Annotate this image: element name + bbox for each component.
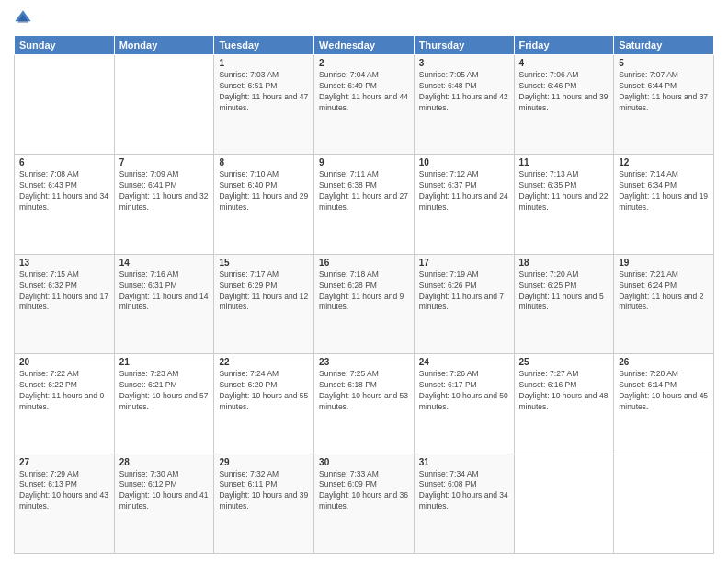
calendar-week-row: 27Sunrise: 7:29 AM Sunset: 6:13 PM Dayli… xyxy=(15,454,714,553)
day-number: 6 xyxy=(19,157,109,167)
cell-content: Sunrise: 7:08 AM Sunset: 6:43 PM Dayligh… xyxy=(19,169,109,213)
cell-content: Sunrise: 7:07 AM Sunset: 6:44 PM Dayligh… xyxy=(619,70,709,114)
calendar-cell: 18Sunrise: 7:20 AM Sunset: 6:25 PM Dayli… xyxy=(514,254,614,353)
calendar-cell: 27Sunrise: 7:29 AM Sunset: 6:13 PM Dayli… xyxy=(15,454,115,553)
cell-content: Sunrise: 7:16 AM Sunset: 6:31 PM Dayligh… xyxy=(119,270,210,314)
calendar-cell: 26Sunrise: 7:28 AM Sunset: 6:14 PM Dayli… xyxy=(614,354,714,454)
cell-content: Sunrise: 7:12 AM Sunset: 6:37 PM Dayligh… xyxy=(419,169,509,213)
day-number: 17 xyxy=(419,258,509,268)
cell-content: Sunrise: 7:04 AM Sunset: 6:49 PM Dayligh… xyxy=(319,70,409,114)
cell-content: Sunrise: 7:21 AM Sunset: 6:24 PM Dayligh… xyxy=(619,270,709,314)
cell-content: Sunrise: 7:22 AM Sunset: 6:22 PM Dayligh… xyxy=(19,369,109,413)
day-number: 26 xyxy=(619,357,709,367)
calendar-cell: 13Sunrise: 7:15 AM Sunset: 6:32 PM Dayli… xyxy=(15,254,115,353)
calendar-week-row: 13Sunrise: 7:15 AM Sunset: 6:32 PM Dayli… xyxy=(15,254,714,353)
calendar-cell xyxy=(15,55,115,155)
weekday-header-cell: Thursday xyxy=(414,36,514,55)
day-number: 30 xyxy=(319,457,409,467)
day-number: 7 xyxy=(119,157,210,167)
cell-content: Sunrise: 7:10 AM Sunset: 6:40 PM Dayligh… xyxy=(219,169,309,213)
day-number: 21 xyxy=(119,357,210,367)
calendar-cell: 3Sunrise: 7:05 AM Sunset: 6:48 PM Daylig… xyxy=(414,55,514,155)
day-number: 27 xyxy=(19,457,109,467)
day-number: 29 xyxy=(219,457,309,467)
cell-content: Sunrise: 7:24 AM Sunset: 6:20 PM Dayligh… xyxy=(219,369,309,413)
calendar-table: SundayMondayTuesdayWednesdayThursdayFrid… xyxy=(14,35,714,554)
calendar-cell: 28Sunrise: 7:30 AM Sunset: 6:12 PM Dayli… xyxy=(114,454,214,553)
cell-content: Sunrise: 7:09 AM Sunset: 6:41 PM Dayligh… xyxy=(119,169,210,213)
calendar-week-row: 1Sunrise: 7:03 AM Sunset: 6:51 PM Daylig… xyxy=(15,55,714,155)
calendar-cell: 22Sunrise: 7:24 AM Sunset: 6:20 PM Dayli… xyxy=(214,354,314,454)
day-number: 23 xyxy=(319,357,409,367)
calendar-cell: 20Sunrise: 7:22 AM Sunset: 6:22 PM Dayli… xyxy=(15,354,115,454)
day-number: 24 xyxy=(419,357,509,367)
cell-content: Sunrise: 7:15 AM Sunset: 6:32 PM Dayligh… xyxy=(19,270,109,314)
calendar-cell: 31Sunrise: 7:34 AM Sunset: 6:08 PM Dayli… xyxy=(414,454,514,553)
calendar-cell: 1Sunrise: 7:03 AM Sunset: 6:51 PM Daylig… xyxy=(214,55,314,155)
calendar-cell: 19Sunrise: 7:21 AM Sunset: 6:24 PM Dayli… xyxy=(614,254,714,353)
cell-content: Sunrise: 7:06 AM Sunset: 6:46 PM Dayligh… xyxy=(519,70,609,114)
cell-content: Sunrise: 7:03 AM Sunset: 6:51 PM Dayligh… xyxy=(219,70,309,114)
calendar-cell: 4Sunrise: 7:06 AM Sunset: 6:46 PM Daylig… xyxy=(514,55,614,155)
calendar-week-row: 20Sunrise: 7:22 AM Sunset: 6:22 PM Dayli… xyxy=(15,354,714,454)
calendar-cell: 17Sunrise: 7:19 AM Sunset: 6:26 PM Dayli… xyxy=(414,254,514,353)
cell-content: Sunrise: 7:25 AM Sunset: 6:18 PM Dayligh… xyxy=(319,369,409,413)
weekday-header-cell: Monday xyxy=(114,36,214,55)
weekday-header-cell: Saturday xyxy=(614,36,714,55)
calendar-cell: 5Sunrise: 7:07 AM Sunset: 6:44 PM Daylig… xyxy=(614,55,714,155)
day-number: 4 xyxy=(519,58,609,68)
cell-content: Sunrise: 7:29 AM Sunset: 6:13 PM Dayligh… xyxy=(19,469,109,513)
day-number: 1 xyxy=(219,58,309,68)
cell-content: Sunrise: 7:18 AM Sunset: 6:28 PM Dayligh… xyxy=(319,270,409,314)
weekday-header-cell: Sunday xyxy=(15,36,115,55)
day-number: 10 xyxy=(419,157,509,167)
day-number: 28 xyxy=(119,457,210,467)
cell-content: Sunrise: 7:17 AM Sunset: 6:29 PM Dayligh… xyxy=(219,270,309,314)
calendar-cell: 9Sunrise: 7:11 AM Sunset: 6:38 PM Daylig… xyxy=(314,155,415,254)
cell-content: Sunrise: 7:13 AM Sunset: 6:35 PM Dayligh… xyxy=(519,169,609,213)
cell-content: Sunrise: 7:26 AM Sunset: 6:17 PM Dayligh… xyxy=(419,369,509,413)
logo-icon xyxy=(14,9,32,28)
day-number: 20 xyxy=(19,357,109,367)
day-number: 13 xyxy=(19,258,109,268)
cell-content: Sunrise: 7:30 AM Sunset: 6:12 PM Dayligh… xyxy=(119,469,210,513)
calendar-cell: 21Sunrise: 7:23 AM Sunset: 6:21 PM Dayli… xyxy=(114,354,214,454)
day-number: 3 xyxy=(419,58,509,68)
day-number: 2 xyxy=(319,58,409,68)
day-number: 22 xyxy=(219,357,309,367)
calendar-cell: 23Sunrise: 7:25 AM Sunset: 6:18 PM Dayli… xyxy=(314,354,415,454)
calendar-cell: 30Sunrise: 7:33 AM Sunset: 6:09 PM Dayli… xyxy=(314,454,415,553)
calendar-cell: 11Sunrise: 7:13 AM Sunset: 6:35 PM Dayli… xyxy=(514,155,614,254)
day-number: 31 xyxy=(419,457,509,467)
calendar-cell: 7Sunrise: 7:09 AM Sunset: 6:41 PM Daylig… xyxy=(114,155,214,254)
calendar-cell xyxy=(114,55,214,155)
calendar-cell: 15Sunrise: 7:17 AM Sunset: 6:29 PM Dayli… xyxy=(214,254,314,353)
weekday-header-cell: Friday xyxy=(514,36,614,55)
cell-content: Sunrise: 7:19 AM Sunset: 6:26 PM Dayligh… xyxy=(419,270,509,314)
logo xyxy=(14,9,36,28)
calendar-cell: 8Sunrise: 7:10 AM Sunset: 6:40 PM Daylig… xyxy=(214,155,314,254)
calendar-cell: 29Sunrise: 7:32 AM Sunset: 6:11 PM Dayli… xyxy=(214,454,314,553)
calendar-cell xyxy=(514,454,614,553)
day-number: 25 xyxy=(519,357,609,367)
calendar-cell: 24Sunrise: 7:26 AM Sunset: 6:17 PM Dayli… xyxy=(414,354,514,454)
day-number: 5 xyxy=(619,58,709,68)
calendar-cell: 16Sunrise: 7:18 AM Sunset: 6:28 PM Dayli… xyxy=(314,254,415,353)
cell-content: Sunrise: 7:33 AM Sunset: 6:09 PM Dayligh… xyxy=(319,469,409,513)
day-number: 19 xyxy=(619,258,709,268)
cell-content: Sunrise: 7:32 AM Sunset: 6:11 PM Dayligh… xyxy=(219,469,309,513)
day-number: 9 xyxy=(319,157,409,167)
calendar-cell: 10Sunrise: 7:12 AM Sunset: 6:37 PM Dayli… xyxy=(414,155,514,254)
cell-content: Sunrise: 7:27 AM Sunset: 6:16 PM Dayligh… xyxy=(519,369,609,413)
cell-content: Sunrise: 7:34 AM Sunset: 6:08 PM Dayligh… xyxy=(419,469,509,513)
cell-content: Sunrise: 7:20 AM Sunset: 6:25 PM Dayligh… xyxy=(519,270,609,314)
cell-content: Sunrise: 7:28 AM Sunset: 6:14 PM Dayligh… xyxy=(619,369,709,413)
day-number: 8 xyxy=(219,157,309,167)
calendar-cell xyxy=(614,454,714,553)
day-number: 18 xyxy=(519,258,609,268)
cell-content: Sunrise: 7:14 AM Sunset: 6:34 PM Dayligh… xyxy=(619,169,709,213)
calendar-cell: 2Sunrise: 7:04 AM Sunset: 6:49 PM Daylig… xyxy=(314,55,415,155)
day-number: 16 xyxy=(319,258,409,268)
weekday-header-row: SundayMondayTuesdayWednesdayThursdayFrid… xyxy=(15,36,714,55)
calendar-body: 1Sunrise: 7:03 AM Sunset: 6:51 PM Daylig… xyxy=(15,55,714,554)
